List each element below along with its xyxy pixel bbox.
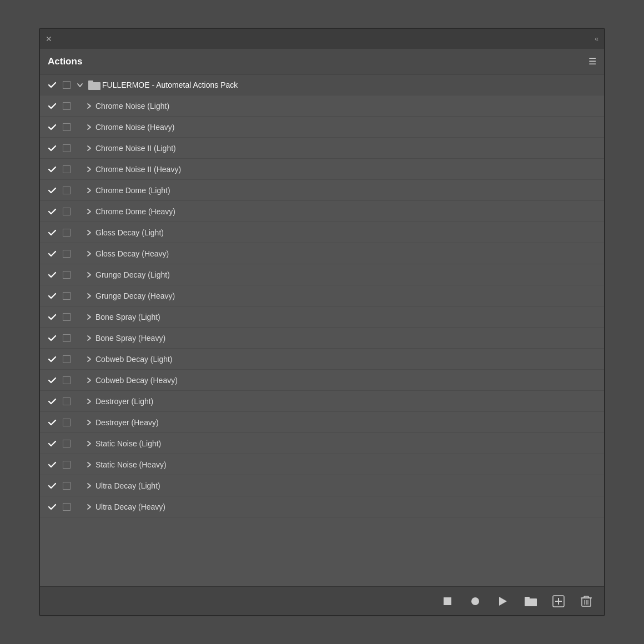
action-row[interactable]: Gloss Decay (Heavy) bbox=[40, 243, 604, 264]
action-row[interactable]: Bone Spray (Heavy) bbox=[40, 328, 604, 349]
action-checkbox[interactable] bbox=[60, 461, 73, 469]
action-checkbox[interactable] bbox=[60, 482, 73, 490]
action-row[interactable]: Chrome Noise (Heavy) bbox=[40, 117, 604, 138]
action-expand-icon[interactable] bbox=[82, 250, 95, 257]
action-expand-icon[interactable] bbox=[82, 440, 95, 447]
action-checkbox[interactable] bbox=[60, 440, 73, 447]
check-mark bbox=[44, 80, 60, 89]
action-checkbox[interactable] bbox=[60, 144, 73, 152]
action-expand-icon[interactable] bbox=[82, 377, 95, 384]
collapse-icon[interactable]: « bbox=[595, 35, 598, 43]
action-name: Chrome Noise (Light) bbox=[95, 102, 600, 110]
action-expand-icon[interactable] bbox=[82, 103, 95, 109]
trash-icon bbox=[581, 595, 592, 607]
delete-button[interactable] bbox=[578, 593, 594, 609]
check-mark bbox=[44, 228, 60, 237]
action-row[interactable]: Bone Spray (Light) bbox=[40, 306, 604, 328]
action-name: Destroyer (Light) bbox=[95, 397, 600, 406]
action-checkbox[interactable] bbox=[60, 165, 73, 173]
play-button[interactable] bbox=[495, 593, 511, 609]
svg-rect-9 bbox=[584, 596, 588, 598]
actions-panel: ✕ « Actions ☰ FULLERMOE - Autometal Acti… bbox=[39, 28, 605, 616]
panel-menu-icon[interactable]: ☰ bbox=[588, 56, 596, 67]
check-mark bbox=[44, 186, 60, 195]
action-row[interactable]: Chrome Noise II (Heavy) bbox=[40, 159, 604, 180]
action-expand-icon[interactable] bbox=[82, 356, 95, 363]
action-expand-icon[interactable] bbox=[82, 208, 95, 215]
action-checkbox[interactable] bbox=[60, 229, 73, 237]
action-row[interactable]: Chrome Dome (Heavy) bbox=[40, 201, 604, 222]
action-checkbox[interactable] bbox=[60, 123, 73, 131]
action-row[interactable]: Static Noise (Light) bbox=[40, 433, 604, 454]
action-checkbox[interactable] bbox=[60, 102, 73, 110]
action-row[interactable]: Grunge Decay (Heavy) bbox=[40, 285, 604, 306]
action-expand-icon[interactable] bbox=[82, 271, 95, 278]
action-row[interactable]: FULLERMOE - Autometal Actions Pack bbox=[40, 74, 604, 95]
action-checkbox[interactable] bbox=[60, 271, 73, 279]
action-checkbox[interactable] bbox=[60, 419, 73, 426]
action-expand-icon[interactable] bbox=[82, 335, 95, 341]
action-checkbox[interactable] bbox=[60, 187, 73, 194]
action-expand-icon[interactable] bbox=[82, 166, 95, 173]
panel-titlebar: ✕ « bbox=[40, 29, 604, 49]
close-icon[interactable]: ✕ bbox=[46, 34, 52, 43]
action-expand-icon[interactable] bbox=[82, 482, 95, 489]
action-expand-icon[interactable] bbox=[82, 293, 95, 299]
check-mark bbox=[44, 249, 60, 258]
action-expand-icon[interactable] bbox=[82, 314, 95, 320]
action-name: Chrome Noise II (Heavy) bbox=[95, 165, 600, 174]
new-action-button[interactable] bbox=[551, 593, 566, 609]
action-row[interactable]: Gloss Decay (Light) bbox=[40, 222, 604, 243]
action-expand-icon[interactable] bbox=[82, 229, 95, 236]
action-name: Cobweb Decay (Light) bbox=[95, 355, 600, 364]
action-row[interactable]: Ultra Decay (Heavy) bbox=[40, 496, 604, 517]
action-checkbox[interactable] bbox=[60, 503, 73, 511]
check-mark bbox=[44, 376, 60, 385]
action-expand-icon[interactable] bbox=[82, 145, 95, 152]
action-name: Static Noise (Heavy) bbox=[95, 460, 600, 469]
action-checkbox[interactable] bbox=[60, 398, 73, 405]
action-checkbox[interactable] bbox=[60, 208, 73, 215]
action-checkbox[interactable] bbox=[60, 81, 73, 89]
action-expand-icon[interactable] bbox=[82, 187, 95, 194]
record-button[interactable] bbox=[467, 593, 483, 609]
action-name: Ultra Decay (Heavy) bbox=[95, 502, 600, 511]
action-expand-icon[interactable] bbox=[82, 419, 95, 426]
action-checkbox[interactable] bbox=[60, 250, 73, 258]
check-mark bbox=[44, 355, 60, 364]
group-expand-icon[interactable] bbox=[73, 82, 87, 88]
actions-list: FULLERMOE - Autometal Actions PackChrome… bbox=[40, 74, 604, 586]
action-expand-icon[interactable] bbox=[82, 124, 95, 130]
action-row[interactable]: Chrome Noise II (Light) bbox=[40, 138, 604, 159]
svg-rect-0 bbox=[88, 82, 100, 90]
panel-header: Actions ☰ bbox=[40, 49, 604, 74]
action-checkbox[interactable] bbox=[60, 313, 73, 321]
action-checkbox[interactable] bbox=[60, 355, 73, 363]
svg-rect-1 bbox=[88, 80, 93, 83]
check-mark bbox=[44, 502, 60, 511]
check-mark bbox=[44, 439, 60, 448]
action-row[interactable]: Destroyer (Heavy) bbox=[40, 412, 604, 433]
action-expand-icon[interactable] bbox=[82, 398, 95, 405]
new-set-button[interactable] bbox=[523, 593, 539, 609]
action-name: Bone Spray (Heavy) bbox=[95, 334, 600, 343]
action-name: Grunge Decay (Light) bbox=[95, 270, 600, 279]
action-checkbox[interactable] bbox=[60, 292, 73, 300]
action-row[interactable]: Static Noise (Heavy) bbox=[40, 454, 604, 475]
action-row[interactable]: Destroyer (Light) bbox=[40, 391, 604, 412]
action-expand-icon[interactable] bbox=[82, 504, 95, 510]
action-row[interactable]: Cobweb Decay (Heavy) bbox=[40, 370, 604, 391]
action-checkbox[interactable] bbox=[60, 376, 73, 384]
action-checkbox[interactable] bbox=[60, 334, 73, 342]
action-row[interactable]: Grunge Decay (Light) bbox=[40, 264, 604, 285]
action-row[interactable]: Ultra Decay (Light) bbox=[40, 475, 604, 496]
panel-title: Actions bbox=[48, 56, 82, 67]
action-row[interactable]: Chrome Dome (Light) bbox=[40, 180, 604, 201]
action-row[interactable]: Chrome Noise (Light) bbox=[40, 95, 604, 117]
check-mark bbox=[44, 144, 60, 153]
action-row[interactable]: Cobweb Decay (Light) bbox=[40, 349, 604, 370]
action-name: Static Noise (Light) bbox=[95, 439, 600, 448]
action-name: Ultra Decay (Light) bbox=[95, 481, 600, 490]
action-expand-icon[interactable] bbox=[82, 461, 95, 468]
stop-button[interactable] bbox=[440, 593, 455, 609]
